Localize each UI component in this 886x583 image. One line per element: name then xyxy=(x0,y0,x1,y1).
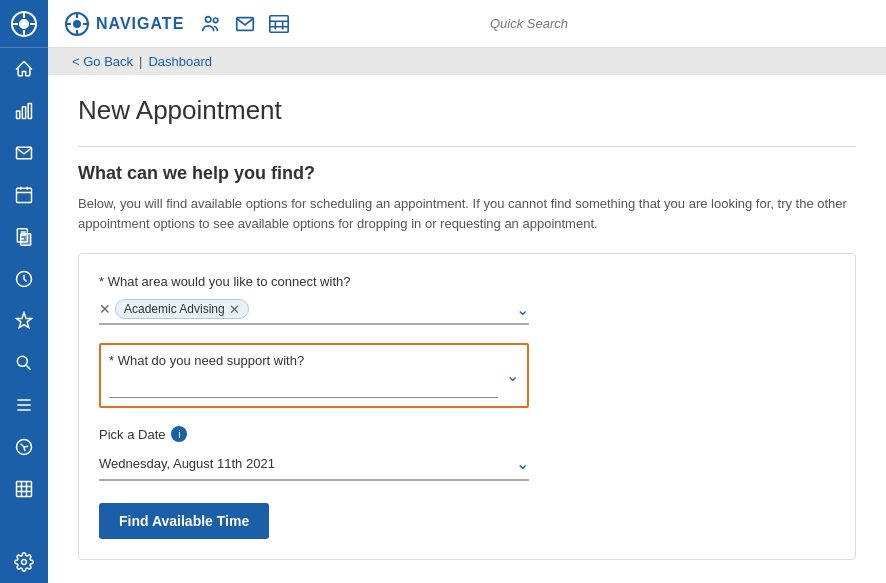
date-info-icon[interactable]: i xyxy=(171,426,187,442)
sidebar-item-table[interactable] xyxy=(0,468,48,510)
sidebar-item-list[interactable] xyxy=(0,384,48,426)
main-container: NAVIGATE < Go Back | Dashboard New Ap xyxy=(48,0,886,583)
topbar-table-icon[interactable] xyxy=(268,13,290,35)
breadcrumb-bar: < Go Back | Dashboard xyxy=(48,48,886,75)
breadcrumb-back-button[interactable]: < Go Back xyxy=(72,54,133,69)
svg-rect-7 xyxy=(22,107,25,119)
sidebar-logo xyxy=(0,0,48,48)
section-description: Below, you will find available options f… xyxy=(78,194,856,233)
area-tags: Academic Advising ✕ xyxy=(115,299,508,319)
date-label-text: Pick a Date xyxy=(99,427,165,442)
svg-point-14 xyxy=(17,356,27,366)
area-chevron-icon: ⌄ xyxy=(508,300,529,319)
section-title: What can we help you find? xyxy=(78,163,856,184)
support-select-line xyxy=(109,374,498,398)
svg-rect-10 xyxy=(17,188,32,202)
topbar-icons xyxy=(200,13,290,35)
topbar-logo: NAVIGATE xyxy=(64,11,184,37)
area-tag: Academic Advising ✕ xyxy=(115,299,249,319)
content: < Go Back | Dashboard New Appointment Wh… xyxy=(48,48,886,583)
sidebar-item-calendar[interactable] xyxy=(0,174,48,216)
svg-rect-12 xyxy=(21,234,31,246)
area-select[interactable]: ✕ Academic Advising ✕ ⌄ xyxy=(99,295,529,325)
form-card: * What area would you like to connect wi… xyxy=(78,253,856,560)
svg-point-24 xyxy=(206,16,212,22)
area-tag-remove-button[interactable]: ✕ xyxy=(229,303,240,316)
topbar-people-icon[interactable] xyxy=(200,13,222,35)
svg-point-19 xyxy=(73,20,81,28)
sidebar-item-reports[interactable] xyxy=(0,426,48,468)
sidebar-item-pinned[interactable] xyxy=(0,300,48,342)
sidebar-item-documents[interactable] xyxy=(0,216,48,258)
sidebar-item-mail[interactable] xyxy=(0,132,48,174)
svg-rect-6 xyxy=(17,111,20,119)
topbar-search xyxy=(490,16,870,31)
date-label: Pick a Date i xyxy=(99,426,835,442)
svg-point-25 xyxy=(214,18,219,23)
area-tag-label: Academic Advising xyxy=(124,302,225,316)
date-value: Wednesday, August 11th 2021 xyxy=(99,452,508,475)
sidebar xyxy=(0,0,48,583)
page-content: New Appointment What can we help you fin… xyxy=(48,75,886,583)
sidebar-item-history[interactable] xyxy=(0,258,48,300)
find-available-time-button[interactable]: Find Available Time xyxy=(99,503,269,539)
support-select[interactable]: * What do you need support with? ⌄ xyxy=(99,343,529,408)
topbar-mail-icon[interactable] xyxy=(234,13,256,35)
date-select[interactable]: Wednesday, August 11th 2021 ⌄ xyxy=(99,448,529,481)
search-input[interactable] xyxy=(490,16,870,31)
topbar: NAVIGATE xyxy=(48,0,886,48)
svg-point-17 xyxy=(22,560,27,565)
date-form-group: Pick a Date i Wednesday, August 11th 202… xyxy=(99,426,835,481)
svg-point-1 xyxy=(19,19,29,29)
section-divider xyxy=(78,146,856,147)
area-form-group: * What area would you like to connect wi… xyxy=(99,274,835,325)
breadcrumb-separator: | xyxy=(139,54,142,69)
svg-rect-16 xyxy=(17,482,32,497)
area-label: * What area would you like to connect wi… xyxy=(99,274,835,289)
support-chevron-icon: ⌄ xyxy=(498,366,519,385)
svg-rect-8 xyxy=(28,104,31,119)
sidebar-item-search[interactable] xyxy=(0,342,48,384)
sidebar-item-home[interactable] xyxy=(0,48,48,90)
breadcrumb-dashboard-link[interactable]: Dashboard xyxy=(148,54,212,69)
area-tag-clear-button[interactable]: ✕ xyxy=(99,301,111,317)
app-name: NAVIGATE xyxy=(96,15,184,33)
sidebar-item-settings[interactable] xyxy=(0,541,48,583)
sidebar-item-analytics[interactable] xyxy=(0,90,48,132)
support-form-group: * What do you need support with? ⌄ xyxy=(99,343,835,408)
page-title: New Appointment xyxy=(78,95,856,126)
support-label: * What do you need support with? xyxy=(109,353,498,368)
date-chevron-icon: ⌄ xyxy=(508,454,529,473)
svg-rect-27 xyxy=(270,15,288,32)
